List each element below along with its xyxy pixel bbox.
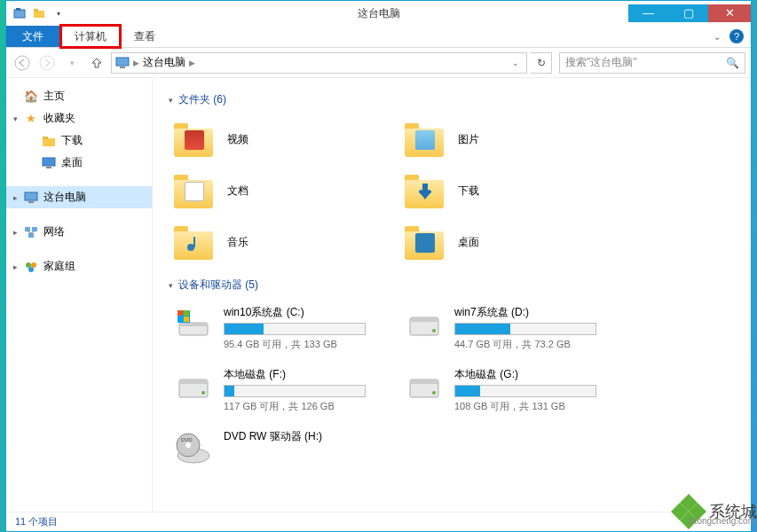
home-icon: 🏠	[24, 90, 38, 104]
drive-usage-bar	[454, 385, 596, 397]
window-title: 这台电脑	[358, 6, 400, 21]
svg-text:DVD: DVD	[181, 437, 193, 442]
folder-icon	[403, 120, 446, 159]
refresh-button[interactable]: ↻	[531, 52, 552, 74]
svg-rect-15	[32, 227, 37, 231]
folder-icon	[42, 134, 56, 148]
folder-label: 文档	[227, 184, 248, 199]
section-drives-header[interactable]: ▾设备和驱动器 (5)	[169, 278, 735, 293]
folder-icon	[172, 171, 215, 210]
folder-item[interactable]: 文档	[169, 168, 390, 214]
pc-icon	[24, 191, 38, 205]
drive-icon	[172, 367, 215, 406]
svg-rect-12	[25, 192, 37, 200]
watermark-sub: xitongcheng.com	[688, 516, 755, 526]
svg-point-35	[201, 391, 205, 395]
close-button[interactable]: ✕	[708, 4, 751, 22]
svg-point-4	[15, 56, 29, 70]
svg-rect-13	[28, 201, 34, 203]
star-icon: ★	[24, 112, 38, 126]
svg-rect-27	[184, 310, 189, 316]
sidebar-item-homegroup[interactable]: ▸家庭组	[6, 255, 152, 278]
folder-item[interactable]: 音乐	[169, 219, 390, 265]
sidebar-item-thispc[interactable]: ▸这台电脑	[6, 186, 152, 208]
quick-access-toolbar: ▾	[12, 5, 67, 21]
svg-rect-37	[410, 379, 438, 384]
qat-dropdown-icon[interactable]: ▾	[51, 5, 67, 21]
nav-up-button[interactable]	[86, 52, 107, 74]
breadcrumb-root[interactable]: 这台电脑	[143, 55, 185, 70]
svg-rect-7	[120, 66, 125, 68]
folder-label: 视频	[227, 132, 248, 147]
folder-label: 音乐	[227, 235, 248, 250]
svg-rect-22	[193, 237, 195, 247]
chevron-right-icon[interactable]: ▸	[13, 193, 18, 202]
drive-name: 本地磁盘 (F:)	[224, 367, 387, 382]
navigation-bar: ▾ ▶ 这台电脑 ▶ ⌄ ↻ 搜索"这台电脑" 🔍	[6, 48, 751, 78]
svg-point-17	[26, 262, 31, 268]
nav-back-button[interactable]	[12, 52, 33, 74]
drive-name: DVD RW 驱动器 (H:)	[224, 429, 387, 444]
ribbon-expand-icon[interactable]: ⌄	[714, 32, 721, 42]
drive-item[interactable]: 本地磁盘 (F:)117 GB 可用，共 126 GB	[169, 364, 390, 417]
sidebar-item-downloads[interactable]: 下载	[6, 129, 152, 152]
sidebar-item-network[interactable]: ▸网络	[6, 221, 152, 243]
svg-point-32	[432, 329, 436, 332]
titlebar: ▾ 这台电脑 — ▢ ✕	[6, 1, 751, 26]
folder-label: 桌面	[458, 235, 479, 250]
chevron-right-icon[interactable]: ▶	[133, 59, 139, 67]
chevron-right-icon[interactable]: ▶	[189, 59, 195, 67]
ribbon-tab-file[interactable]: 文件	[6, 26, 59, 47]
search-placeholder: 搜索"这台电脑"	[565, 55, 637, 70]
svg-rect-28	[177, 317, 183, 322]
drive-name: win7系统盘 (D:)	[454, 305, 618, 320]
maximize-button[interactable]: ▢	[668, 4, 708, 22]
window-buttons: — ▢ ✕	[628, 5, 751, 22]
sidebar-item-desktop[interactable]: 桌面	[6, 152, 152, 174]
ribbon-tabs: 文件 计算机 查看 ⌄ ?	[6, 26, 751, 48]
drive-free-text: 108 GB 可用，共 131 GB	[454, 400, 618, 413]
explorer-window: ▾ 这台电脑 — ▢ ✕ 文件 计算机 查看 ⌄ ? ▾ ▶ 这台电脑 ▶ ⌄ …	[5, 0, 752, 532]
chevron-right-icon[interactable]: ▸	[13, 228, 18, 237]
folder-item[interactable]: 视频	[169, 116, 390, 162]
ribbon-tab-view[interactable]: 查看	[122, 26, 168, 47]
ribbon-tab-computer[interactable]: 计算机	[59, 24, 122, 49]
status-item-count: 11 个项目	[15, 515, 58, 528]
svg-rect-10	[43, 158, 55, 166]
sidebar-item-home[interactable]: 🏠主页	[6, 85, 152, 107]
qat-newfolder-icon[interactable]	[31, 5, 47, 21]
chevron-down-icon[interactable]: ▾	[13, 114, 18, 123]
svg-rect-34	[179, 379, 208, 384]
content-area: 🏠主页 ▾★收藏夹 下载 桌面 ▸这台电脑 ▸网络 ▸家庭组 ▾文件夹 (6) …	[6, 78, 751, 512]
help-icon[interactable]: ?	[729, 29, 744, 43]
minimize-button[interactable]: —	[628, 4, 668, 22]
status-bar: 11 个项目	[6, 512, 751, 531]
drive-item[interactable]: win7系统盘 (D:)44.7 GB 可用，共 73.2 GB	[399, 301, 621, 355]
drive-name: 本地磁盘 (G:)	[454, 367, 618, 382]
qat-properties-icon[interactable]	[12, 5, 28, 21]
nav-recent-dropdown[interactable]: ▾	[61, 52, 83, 74]
drive-item[interactable]: DVDDVD RW 驱动器 (H:)	[169, 426, 390, 472]
chevron-right-icon[interactable]: ▸	[13, 262, 18, 271]
svg-rect-3	[34, 9, 38, 12]
nav-forward-button[interactable]	[36, 52, 58, 74]
folder-label: 图片	[458, 132, 479, 147]
address-dropdown-icon[interactable]: ⌄	[509, 59, 523, 67]
svg-marker-20	[419, 191, 431, 200]
drive-item[interactable]: 本地磁盘 (G:)108 GB 可用，共 131 GB	[399, 364, 621, 417]
folder-item[interactable]: 桌面	[399, 219, 621, 265]
drive-usage-bar	[224, 323, 366, 335]
section-folders-header[interactable]: ▾文件夹 (6)	[169, 92, 735, 107]
folder-item[interactable]: 图片	[399, 116, 621, 162]
drive-icon	[172, 305, 215, 344]
svg-rect-2	[34, 11, 44, 18]
svg-point-41	[185, 442, 191, 448]
svg-rect-26	[177, 310, 183, 316]
svg-rect-31	[410, 317, 438, 322]
folder-item[interactable]: 下载	[399, 168, 621, 214]
drive-item[interactable]: win10系统盘 (C:)95.4 GB 可用，共 133 GB	[169, 301, 390, 355]
address-bar[interactable]: ▶ 这台电脑 ▶ ⌄	[111, 52, 527, 74]
svg-point-38	[432, 391, 436, 395]
sidebar-item-favorites[interactable]: ▾★收藏夹	[6, 107, 152, 129]
search-input[interactable]: 搜索"这台电脑" 🔍	[559, 52, 745, 74]
